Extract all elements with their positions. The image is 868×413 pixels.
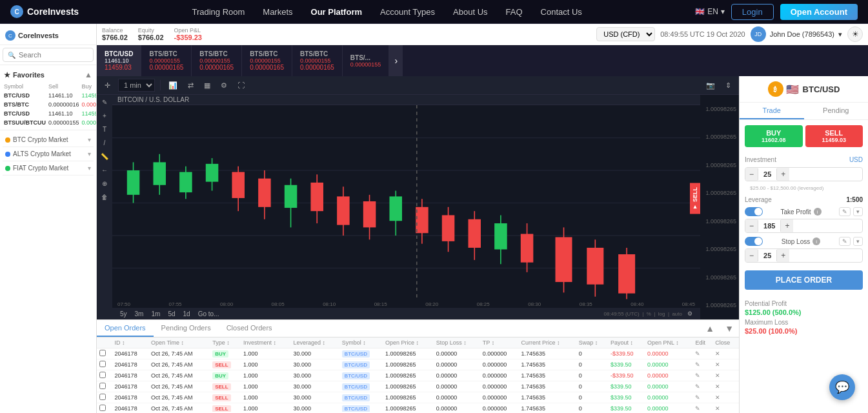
row-checkbox[interactable] <box>97 381 112 392</box>
timeframe-select[interactable]: 1 min <box>118 79 155 92</box>
measure-tool[interactable]: ⊕ <box>99 179 110 188</box>
col-tp[interactable]: TP ↕ <box>480 337 519 348</box>
text-tool[interactable]: T <box>100 125 109 134</box>
nav-trading-room[interactable]: Trading Room <box>189 7 247 17</box>
col-open-time[interactable]: Open Time ↕ <box>148 337 210 348</box>
col-id[interactable]: ID ↕ <box>112 337 148 348</box>
row-close[interactable]: ✕ <box>712 370 739 381</box>
settings-icon-small[interactable]: ⚙ <box>685 309 695 318</box>
tab-next-btn[interactable]: › <box>389 45 403 76</box>
camera-btn[interactable]: 📷 <box>703 80 718 91</box>
row-checkbox[interactable] <box>97 359 112 370</box>
chart-tab-4[interactable]: BTS/BTC 0.00000155 0.00000165 <box>292 45 343 76</box>
row-edit[interactable]: ✎ <box>692 348 712 359</box>
market-expand-icon[interactable]: ▾ <box>88 150 91 157</box>
search-input[interactable] <box>3 48 94 62</box>
market-item[interactable]: ALTS Crypto Market ▾ <box>3 147 94 161</box>
row-edit[interactable]: ✎ <box>692 359 712 370</box>
col-open-pnl[interactable]: Open PNL ↕ <box>645 337 692 348</box>
row-close[interactable]: ✕ <box>712 348 739 359</box>
language-selector[interactable]: 🇬🇧 EN ▾ <box>695 7 725 16</box>
pencil-tool[interactable]: ✎ <box>99 97 110 107</box>
login-button[interactable]: Login <box>731 4 774 20</box>
sell-button[interactable]: SELL 11459.03 <box>805 125 863 147</box>
row-edit[interactable]: ✎ <box>692 381 712 392</box>
col-swap[interactable]: Swap ↕ <box>576 337 608 348</box>
stop-loss-toggle[interactable] <box>745 237 763 246</box>
sl-increase[interactable]: + <box>777 249 789 262</box>
open-account-button[interactable]: Open Account <box>780 4 858 20</box>
take-profit-settings-btn[interactable]: ▾ <box>853 207 863 216</box>
orders-scroll-up[interactable]: ▲ <box>700 320 720 337</box>
col-open-price[interactable]: Open Price ↕ <box>383 337 434 348</box>
period-5y[interactable]: 5y <box>117 310 130 318</box>
trade-tab[interactable]: Trade <box>740 103 804 119</box>
chart-tab-3[interactable]: BTS/BTC 0.00000155 0.00000165 <box>242 45 292 76</box>
collapse-icon[interactable]: ▲ <box>85 70 92 79</box>
pending-tab[interactable]: Pending <box>804 103 869 119</box>
chart-canvas[interactable]: ▼ SELL <box>112 105 700 301</box>
period-1d[interactable]: 1d <box>181 310 193 318</box>
nav-faq[interactable]: FAQ <box>503 7 525 17</box>
col-leveraged[interactable]: Leveraged ↕ <box>290 337 339 348</box>
stop-loss-settings-btn[interactable]: ▾ <box>853 237 863 246</box>
orders-table-wrap[interactable]: ID ↕ Open Time ↕ Type ↕ Investment ↕ Lev… <box>97 337 739 412</box>
place-order-button[interactable]: PLACE ORDER <box>745 270 863 290</box>
nav-contact-us[interactable]: Contact Us <box>538 7 585 17</box>
take-profit-toggle[interactable] <box>745 207 763 216</box>
chart-tab-0[interactable]: BTC/USD 11461.10 11459.03 <box>97 45 141 76</box>
ruler-tool[interactable]: 📏 <box>98 152 111 161</box>
period-3m[interactable]: 3m <box>132 310 146 318</box>
col-stop-loss[interactable]: Stop Loss ↕ <box>434 337 480 348</box>
bar-chart-btn[interactable]: ▦ <box>201 80 213 91</box>
row-edit[interactable]: ✎ <box>692 403 712 412</box>
take-profit-edit-btn[interactable]: ✎ <box>839 207 851 216</box>
theme-toggle[interactable]: ☀ <box>847 26 863 42</box>
investment-decrease[interactable]: − <box>745 168 758 181</box>
investment-increase[interactable]: + <box>777 168 789 181</box>
row-checkbox[interactable] <box>97 348 112 359</box>
period-5d[interactable]: 5d <box>165 310 177 318</box>
chart-tab-2[interactable]: BTS/BTC 0.00000155 0.00000165 <box>192 45 242 76</box>
row-checkbox[interactable] <box>97 392 112 403</box>
row-close[interactable]: ✕ <box>712 392 739 403</box>
sl-decrease[interactable]: − <box>745 249 758 262</box>
nav-about-us[interactable]: About Us <box>450 7 490 17</box>
market-expand-icon[interactable]: ▾ <box>88 136 91 143</box>
col-type[interactable]: Type ↕ <box>210 337 241 348</box>
row-checkbox[interactable] <box>97 403 112 412</box>
currency-select[interactable]: USD (CFD) <box>596 27 655 41</box>
delete-tool[interactable]: 🗑 <box>99 192 110 202</box>
open-orders-tab[interactable]: Open Orders <box>97 320 154 337</box>
favorites-row[interactable]: BTS/BTC 0.00000016 0.00000065 -0.48% ★ <box>3 100 97 109</box>
arrow-tool[interactable]: ← <box>99 165 110 175</box>
row-close[interactable]: ✕ <box>712 359 739 370</box>
chart-tab-1[interactable]: BTS/BTC 0.00000155 0.00000165 <box>141 45 192 76</box>
buy-button[interactable]: BUY 11602.08 <box>745 125 803 147</box>
row-edit[interactable]: ✎ <box>692 392 712 403</box>
chat-button[interactable]: 💬 <box>829 374 855 400</box>
period-1m[interactable]: 1m <box>148 310 163 318</box>
row-close[interactable]: ✕ <box>712 403 739 412</box>
market-expand-icon[interactable]: ▾ <box>88 165 91 172</box>
favorites-row[interactable]: BTC/USD 11461.10 11459.03 +0.48% ★ <box>3 91 97 100</box>
col-investment[interactable]: Investment ↕ <box>241 337 290 348</box>
crosshair-tool[interactable]: ✛ <box>102 80 113 91</box>
indicators-btn[interactable]: 📊 <box>166 80 180 91</box>
favorites-row[interactable]: BTSUU/BTCUU 0.00000155 0.00000065 +0.48%… <box>3 118 97 127</box>
closed-orders-tab[interactable]: Closed Orders <box>219 320 280 337</box>
chart-tab-5[interactable]: BTS/... 0.00000155 <box>343 45 390 76</box>
fullscreen-btn[interactable]: ⛶ <box>235 80 247 90</box>
market-item[interactable]: BTC Crypto Market ▾ <box>3 133 94 147</box>
row-checkbox[interactable] <box>97 370 112 381</box>
settings-btn[interactable]: ⚙ <box>218 80 230 91</box>
compare-btn[interactable]: ⇄ <box>185 80 196 91</box>
row-edit[interactable]: ✎ <box>692 370 712 381</box>
col-current-price[interactable]: Current Price ↕ <box>519 337 576 348</box>
user-dropdown-icon[interactable]: ▾ <box>838 30 842 39</box>
pending-orders-tab[interactable]: Pending Orders <box>154 320 219 337</box>
scroll-btn[interactable]: ⇕ <box>723 80 734 91</box>
tp-increase[interactable]: + <box>781 219 793 232</box>
period-goto[interactable]: Go to... <box>196 310 222 318</box>
line-tool[interactable]: / <box>101 138 108 148</box>
